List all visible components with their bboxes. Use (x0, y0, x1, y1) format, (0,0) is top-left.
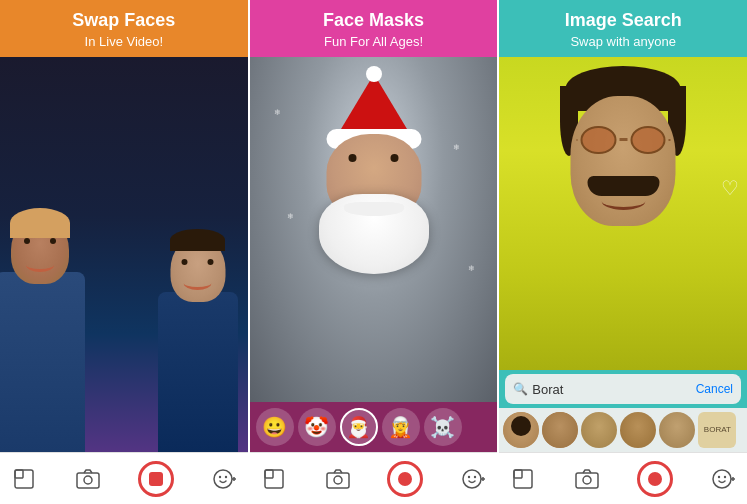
glass-right-lens (630, 126, 665, 154)
search-input-value[interactable]: Borat (532, 382, 689, 397)
result-face-5[interactable] (659, 412, 695, 448)
emoji-plus-icon[interactable] (210, 465, 238, 493)
person-2 (0, 232, 85, 452)
person-1-left-eye (182, 259, 188, 265)
panel-3-title: Image Search (507, 10, 739, 32)
person-2-head (11, 216, 69, 284)
borat-composite (548, 66, 698, 266)
panel-1-subtitle: In Live Video! (8, 34, 240, 49)
search-icon: 🔍 (513, 382, 528, 396)
svg-rect-9 (265, 470, 283, 488)
svg-point-3 (84, 476, 92, 484)
person-2-right-eye (50, 238, 56, 244)
person-2-body (0, 272, 85, 452)
panel-3-subtitle: Swap with anyone (507, 34, 739, 49)
person-1-smile (184, 276, 212, 290)
person-1-eyes (182, 259, 214, 265)
svg-point-24 (724, 475, 726, 477)
result-face-1[interactable] (503, 412, 539, 448)
glass-left-lens (581, 126, 616, 154)
mask-santa[interactable]: 🎅 (340, 408, 378, 446)
panel-2-subtitle: Fun For All Ages! (258, 34, 490, 49)
svg-point-14 (468, 475, 470, 477)
camera-icon[interactable] (74, 465, 102, 493)
panel-1-header: Swap Faces In Live Video! (0, 0, 248, 57)
panel-3-toolbar (499, 452, 747, 504)
mask-skull[interactable]: ☠️ (424, 408, 462, 446)
panel-image-search: Image Search Swap with anyone (499, 0, 747, 504)
record-icon-3 (648, 472, 662, 486)
gallery-icon[interactable] (10, 465, 38, 493)
person-1-right-eye (208, 259, 214, 265)
person-1 (158, 252, 238, 452)
result-borat-card[interactable]: BORAT (698, 412, 736, 448)
result-face-3[interactable] (581, 412, 617, 448)
santa-right-eye (391, 154, 399, 162)
panel-3-header: Image Search Swap with anyone (499, 0, 747, 57)
svg-point-13 (463, 470, 481, 488)
panel-swap-faces: Swap Faces In Live Video! (0, 0, 248, 504)
panel-2-title: Face Masks (258, 10, 490, 32)
glass-arm-left (576, 139, 578, 141)
svg-point-22 (713, 470, 731, 488)
glass-arm-right (668, 139, 670, 141)
svg-rect-1 (15, 470, 23, 478)
svg-rect-10 (265, 470, 273, 478)
record-button-3[interactable] (637, 461, 673, 497)
emoji-plus-icon-2[interactable] (459, 465, 487, 493)
panel-2-toolbar (250, 452, 498, 504)
svg-rect-0 (15, 470, 33, 488)
result-face-4[interactable] (620, 412, 656, 448)
santa-pompom (366, 66, 382, 82)
mask-clown[interactable]: 🤡 (298, 408, 336, 446)
gallery-icon-3[interactable] (509, 465, 537, 493)
panel-2-image: ❄ ❄ ❄ ❄ (250, 57, 498, 402)
person-2-smile (26, 258, 54, 272)
result-face-2[interactable] (542, 412, 578, 448)
svg-point-5 (218, 475, 220, 477)
person-2-left-eye (24, 238, 30, 244)
santa-left-eye (349, 154, 357, 162)
camera-icon-3[interactable] (573, 465, 601, 493)
person-2-hair (10, 208, 70, 238)
svg-point-6 (224, 475, 226, 477)
santa-eyes (349, 154, 399, 162)
snowflake-4: ❄ (468, 264, 475, 273)
snowflake-2: ❄ (453, 143, 460, 152)
panel-3-image: ♡ (499, 57, 747, 370)
svg-rect-19 (514, 470, 522, 478)
person-2-eyes (24, 238, 56, 244)
heart-icon[interactable]: ♡ (721, 176, 739, 200)
panel-1-image (0, 57, 248, 452)
record-stop-icon (149, 472, 163, 486)
camera-icon-2[interactable] (324, 465, 352, 493)
panel-face-masks: Face Masks Fun For All Ages! ❄ ❄ ❄ ❄ (248, 0, 500, 504)
person-1-head (170, 237, 225, 302)
person-1-body (158, 292, 238, 452)
mask-emoji[interactable]: 😀 (256, 408, 294, 446)
svg-rect-18 (514, 470, 532, 488)
emoji-plus-icon-3[interactable] (709, 465, 737, 493)
snowflake-3: ❄ (287, 212, 294, 221)
svg-point-4 (214, 470, 232, 488)
record-icon-2 (398, 472, 412, 486)
borat-sunglasses (576, 124, 670, 156)
santa-composite (304, 74, 444, 304)
search-results-row: BORAT (499, 408, 747, 452)
snowflake-1: ❄ (274, 108, 281, 117)
svg-point-23 (718, 475, 720, 477)
panel-1-title: Swap Faces (8, 10, 240, 32)
record-button-2[interactable] (387, 461, 423, 497)
svg-point-15 (474, 475, 476, 477)
panel-2-header: Face Masks Fun For All Ages! (250, 0, 498, 57)
panel-1-toolbar (0, 452, 248, 504)
santa-mustache (344, 202, 404, 216)
search-bar[interactable]: 🔍 Borat Cancel (505, 374, 741, 404)
glass-bridge (619, 138, 627, 141)
person-1-hair (170, 229, 225, 251)
cancel-button[interactable]: Cancel (696, 382, 733, 396)
borat-face-skin (571, 96, 676, 226)
mask-elf[interactable]: 🧝 (382, 408, 420, 446)
record-stop-button[interactable] (138, 461, 174, 497)
gallery-icon-2[interactable] (260, 465, 288, 493)
